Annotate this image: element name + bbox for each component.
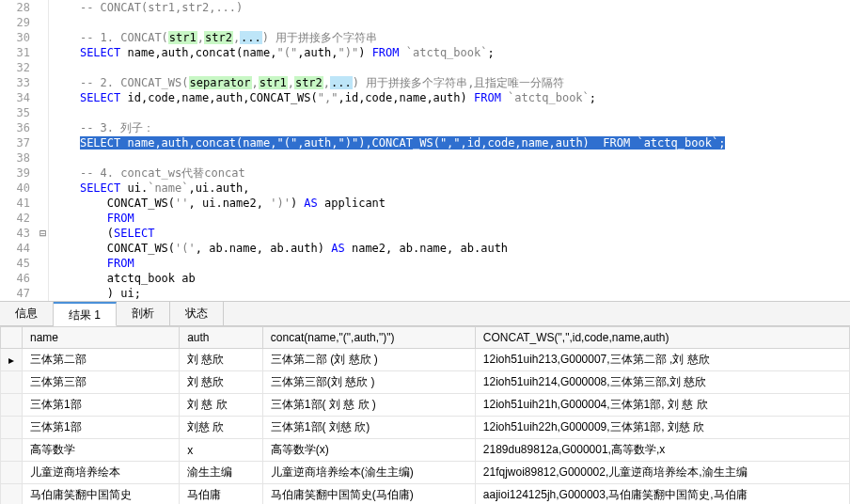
code-content[interactable]: -- 4. concat_ws代替concat (49, 165, 850, 181)
code-line[interactable]: 37 SELECT name,auth,concat(name,"(",auth… (0, 135, 850, 150)
code-line[interactable]: 43⊟ (SELECT (0, 226, 850, 241)
table-row[interactable]: 儿童逆商培养绘本渝生主编儿童逆商培养绘本(渝生主编)21fqjwoi89812,… (1, 462, 850, 484)
code-content[interactable]: SELECT ui.`name`,ui.auth, (49, 181, 850, 196)
cell[interactable]: 渝生主编 (180, 462, 263, 484)
code-line[interactable]: 41 CONCAT_WS('', ui.name2, ')') AS appli… (0, 196, 850, 211)
code-line[interactable]: 40 SELECT ui.`name`,ui.auth, (0, 181, 850, 196)
column-header[interactable]: concat(name,"(",auth,")") (262, 327, 475, 349)
fold-marker[interactable] (38, 150, 49, 165)
code-content[interactable] (49, 60, 850, 75)
fold-marker[interactable] (38, 15, 49, 30)
column-header[interactable]: name (23, 327, 180, 349)
code-line[interactable]: 35 (0, 105, 850, 120)
table-row[interactable]: 三体第1部刘慈 欣三体第1部( 刘慈 欣)12ioh51uih22h,G0000… (1, 417, 850, 439)
fold-marker[interactable] (38, 45, 49, 60)
cell[interactable]: 三体第二部 (23, 349, 180, 371)
cell[interactable]: aajioi124125jh,G000003,马伯庸笑翻中国简史,马伯庸 (475, 484, 849, 505)
fold-marker[interactable] (38, 0, 49, 15)
fold-marker[interactable] (38, 30, 49, 45)
cell[interactable]: 12ioh51uih22h,G000009,三体第1部, 刘慈 欣 (475, 417, 849, 439)
code-line[interactable]: 34 SELECT id,code,name,auth,CONCAT_WS(",… (0, 90, 850, 105)
column-header[interactable]: CONCAT_WS(",",id,code,name,auth) (475, 327, 849, 349)
fold-marker[interactable] (38, 135, 49, 150)
code-content[interactable]: CONCAT_WS('(', ab.name, ab.auth) AS name… (49, 241, 850, 256)
cell[interactable]: 三体第二部 (刘 慈欣 ) (262, 349, 475, 371)
fold-marker[interactable] (38, 181, 49, 196)
code-content[interactable]: ) ui; (49, 286, 850, 301)
code-line[interactable]: 30 -- 1. CONCAT(str1,str2,...) 用于拼接多个字符串 (0, 30, 850, 45)
code-content[interactable] (49, 150, 850, 165)
code-line[interactable]: 29 (0, 15, 850, 30)
code-line[interactable]: 38 (0, 150, 850, 165)
cell[interactable]: 刘 慈欣 (180, 371, 263, 394)
tab-信息[interactable]: 信息 (0, 302, 54, 325)
cell[interactable]: x (180, 439, 263, 462)
cell[interactable]: 儿童逆商培养绘本 (23, 462, 180, 484)
code-line[interactable]: 47 ) ui; (0, 286, 850, 301)
result-grid[interactable]: nameauthconcat(name,"(",auth,")")CONCAT_… (0, 326, 850, 504)
cell[interactable]: 2189du89812a,G000001,高等数学,x (475, 439, 849, 462)
cell[interactable]: 12ioh51uih214,G000008,三体第三部,刘 慈欣 (475, 371, 849, 394)
code-line[interactable]: 33 -- 2. CONCAT_WS(separator,str1,str2,.… (0, 75, 850, 90)
fold-marker[interactable] (38, 75, 49, 90)
code-line[interactable]: 45 FROM (0, 256, 850, 271)
code-content[interactable]: -- CONCAT(str1,str2,...) (49, 0, 850, 15)
code-content[interactable]: SELECT name,auth,concat(name,"(",auth,")… (49, 45, 850, 60)
code-content[interactable] (49, 15, 850, 30)
code-content[interactable]: atctq_book ab (49, 271, 850, 286)
fold-marker[interactable] (38, 60, 49, 75)
cell[interactable]: 马伯庸笑翻中国简史 (23, 484, 180, 505)
cell[interactable]: 刘 慈 欣 (180, 394, 263, 417)
cell[interactable]: 高等数学 (23, 439, 180, 462)
code-editor[interactable]: 28 -- CONCAT(str1,str2,...)29 30 -- 1. C… (0, 0, 850, 302)
cell[interactable]: 儿童逆商培养绘本(渝生主编) (262, 462, 475, 484)
cell[interactable]: 三体第1部 (23, 417, 180, 439)
code-line[interactable]: 46 atctq_book ab (0, 271, 850, 286)
code-content[interactable]: CONCAT_WS('', ui.name2, ')') AS applican… (49, 196, 850, 211)
code-content[interactable]: FROM (49, 211, 850, 226)
code-line[interactable]: 28 -- CONCAT(str1,str2,...) (0, 0, 850, 15)
code-content[interactable]: -- 1. CONCAT(str1,str2,...) 用于拼接多个字符串 (49, 30, 850, 45)
fold-marker[interactable] (38, 90, 49, 105)
fold-marker[interactable] (38, 211, 49, 226)
table-row[interactable]: 三体第1部 刘 慈 欣三体第1部( 刘 慈 欣 )12ioh51uih21h,G… (1, 394, 850, 417)
cell[interactable]: 三体第1部( 刘慈 欣) (262, 417, 475, 439)
fold-marker[interactable] (38, 286, 49, 301)
cell[interactable]: 三体第三部 (23, 371, 180, 394)
cell[interactable]: 刘 慈欣 (180, 349, 263, 371)
fold-marker[interactable] (38, 256, 49, 271)
cell[interactable]: 马伯庸笑翻中国简史(马伯庸) (262, 484, 475, 505)
fold-marker[interactable] (38, 241, 49, 256)
code-content[interactable]: -- 2. CONCAT_WS(separator,str1,str2,...)… (49, 75, 850, 90)
code-content[interactable]: -- 3. 列子： (49, 120, 850, 135)
table-row[interactable]: 三体第三部刘 慈欣三体第三部(刘 慈欣 )12ioh51uih214,G0000… (1, 371, 850, 394)
code-line[interactable]: 42 FROM (0, 211, 850, 226)
code-content[interactable] (49, 105, 850, 120)
code-content[interactable]: FROM (49, 256, 850, 271)
fold-marker[interactable]: ⊟ (38, 226, 49, 241)
cell[interactable]: 三体第1部( 刘 慈 欣 ) (262, 394, 475, 417)
cell[interactable]: 21fqjwoi89812,G000002,儿童逆商培养绘本,渝生主编 (475, 462, 849, 484)
code-line[interactable]: 39 -- 4. concat_ws代替concat (0, 165, 850, 181)
fold-marker[interactable] (38, 120, 49, 135)
cell[interactable]: 12ioh51uih213,G000007,三体第二部 ,刘 慈欣 (475, 349, 849, 371)
cell[interactable]: 三体第三部(刘 慈欣 ) (262, 371, 475, 394)
code-content[interactable]: SELECT id,code,name,auth,CONCAT_WS(",",i… (49, 90, 850, 105)
code-content[interactable]: (SELECT (49, 226, 850, 241)
tab-状态[interactable]: 状态 (170, 302, 224, 325)
fold-marker[interactable] (38, 165, 49, 181)
fold-marker[interactable] (38, 105, 49, 120)
table-row[interactable]: 马伯庸笑翻中国简史马伯庸马伯庸笑翻中国简史(马伯庸)aajioi124125jh… (1, 484, 850, 505)
table-row[interactable]: ▸三体第二部刘 慈欣三体第二部 (刘 慈欣 )12ioh51uih213,G00… (1, 349, 850, 371)
tab-剖析[interactable]: 剖析 (117, 302, 170, 325)
cell[interactable]: 12ioh51uih21h,G000004,三体第1部, 刘 慈 欣 (475, 394, 849, 417)
code-line[interactable]: 31 SELECT name,auth,concat(name,"(",auth… (0, 45, 850, 60)
fold-marker[interactable] (38, 271, 49, 286)
cell[interactable]: 高等数学(x) (262, 439, 475, 462)
code-content[interactable]: SELECT name,auth,concat(name,"(",auth,")… (49, 135, 850, 150)
code-line[interactable]: 36 -- 3. 列子： (0, 120, 850, 135)
fold-marker[interactable] (38, 196, 49, 211)
code-line[interactable]: 44 CONCAT_WS('(', ab.name, ab.auth) AS n… (0, 241, 850, 256)
tab-结果 1[interactable]: 结果 1 (54, 302, 117, 326)
table-row[interactable]: 高等数学x高等数学(x)2189du89812a,G000001,高等数学,x (1, 439, 850, 462)
